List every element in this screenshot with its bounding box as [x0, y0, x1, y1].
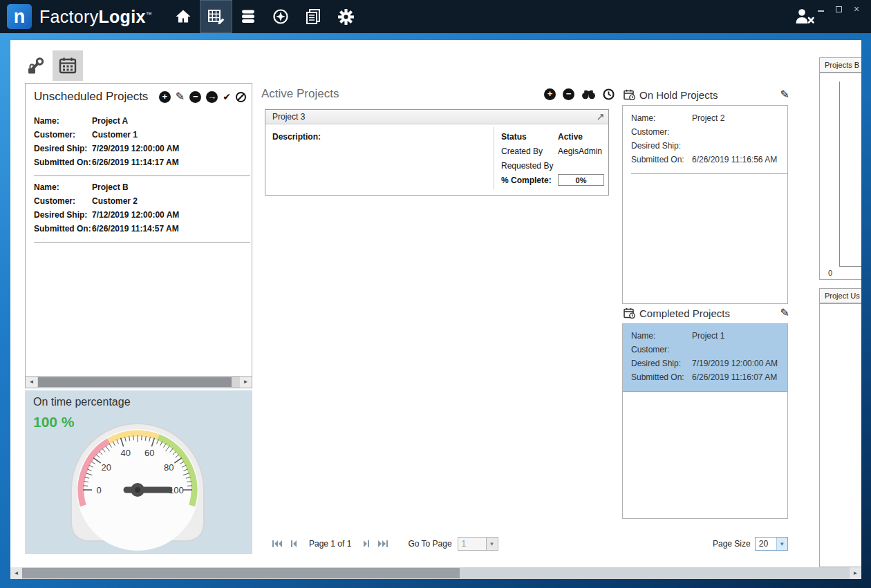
- unscheduled-title: Unscheduled Projects: [34, 90, 148, 104]
- submitted-on-label: Submitted On:: [34, 222, 92, 236]
- scrollbar-thumb[interactable]: [22, 568, 460, 578]
- app-logo: n: [7, 4, 32, 29]
- project-usage-tab[interactable]: Project Us: [819, 288, 861, 303]
- nav-planning[interactable]: [200, 0, 232, 33]
- chart-zero-label: 0: [828, 269, 832, 277]
- percent-complete-label: % Complete:: [501, 176, 558, 185]
- projects-board-tab[interactable]: Projects B: [819, 57, 861, 73]
- unscheduled-horizontal-scrollbar: ◄ ►: [26, 376, 252, 388]
- customer-label: Customer:: [631, 125, 692, 139]
- desired-ship-label: Desired Ship:: [34, 142, 92, 155]
- edit-project-icon[interactable]: ✎: [176, 91, 185, 102]
- created-by-value: AegisAdmin: [558, 146, 602, 156]
- user-logout-button[interactable]: [794, 7, 816, 26]
- page-size-select[interactable]: 20 ▼: [755, 537, 788, 551]
- next-page-button[interactable]: [358, 538, 375, 550]
- on-hold-projects-panel: Name:Project 2 Customer: Desired Ship: S…: [622, 105, 788, 304]
- edit-completed-icon[interactable]: ✎: [780, 307, 789, 319]
- add-active-project-icon[interactable]: +: [544, 88, 556, 100]
- planning-grid-icon: [207, 8, 225, 26]
- name-value: Project B: [92, 180, 129, 194]
- last-page-button[interactable]: [375, 538, 391, 550]
- scroll-left-icon[interactable]: ◄: [10, 567, 22, 579]
- name-value: Project 1: [692, 329, 724, 343]
- binoculars-search-icon[interactable]: [581, 89, 596, 99]
- svg-text:60: 60: [144, 448, 154, 458]
- name-label: Name:: [631, 111, 692, 125]
- submitted-on-value: 6/26/2019 11:16:56 AM: [692, 153, 777, 167]
- unscheduled-project-list: Name:Project A Customer:Customer 1 Desir…: [26, 110, 250, 243]
- name-label: Name:: [34, 114, 92, 128]
- desired-ship-value: 7/29/2019 12:00:00 AM: [92, 142, 179, 155]
- minimize-button[interactable]: [816, 5, 825, 15]
- desired-ship-value: 7/19/2019 12:00:00 AM: [692, 357, 778, 370]
- first-page-button[interactable]: [269, 538, 285, 550]
- scrollbar-thumb[interactable]: [38, 377, 232, 387]
- svg-text:40: 40: [120, 448, 130, 458]
- nav-production[interactable]: [265, 0, 297, 33]
- submitted-on-value: 6/26/2019 11:16:07 AM: [692, 370, 777, 384]
- add-project-icon[interactable]: +: [159, 91, 171, 103]
- page-size-control: Page Size 20 ▼: [713, 536, 788, 551]
- main-content: Unscheduled Projects + ✎ − → ✔ Name:Proj…: [10, 40, 861, 579]
- nav-documents[interactable]: [297, 0, 330, 33]
- desired-ship-label: Desired Ship:: [631, 139, 692, 153]
- main-nav: [167, 0, 362, 33]
- projects-board-chart: 0: [819, 73, 861, 280]
- brand-name: FactoryLogix™: [39, 7, 152, 27]
- scroll-right-icon[interactable]: ►: [850, 567, 861, 579]
- page-size-dropdown-icon: ▼: [776, 538, 787, 550]
- active-projects-toolbar: + −: [544, 88, 615, 100]
- scroll-right-icon[interactable]: ►: [240, 377, 252, 388]
- unscheduled-toolbar: + ✎ − → ✔: [159, 91, 246, 103]
- remove-project-icon[interactable]: −: [189, 91, 201, 103]
- completed-header: Completed Projects ✎: [624, 305, 789, 321]
- logo-letter: n: [14, 6, 26, 28]
- prev-page-button[interactable]: [285, 538, 302, 550]
- name-label: Name:: [631, 329, 692, 343]
- page-indicator: Page 1 of 1: [309, 539, 351, 549]
- card-divider: [494, 127, 494, 189]
- svg-text:80: 80: [164, 462, 174, 473]
- maximize-button[interactable]: [834, 5, 843, 15]
- list-item-project-b[interactable]: Name:Project B Customer:Customer 2 Desir…: [34, 176, 250, 243]
- list-item-project-1-selected[interactable]: Name:Project 1 Customer: Desired Ship:7/…: [623, 324, 787, 392]
- next-page-icon: [362, 540, 371, 548]
- submitted-on-value: 6/26/2019 11:14:57 AM: [92, 222, 179, 236]
- nav-home[interactable]: [167, 0, 200, 33]
- active-card-header: Project 3: [265, 110, 608, 124]
- edit-on-hold-icon[interactable]: ✎: [780, 89, 789, 100]
- remove-active-project-icon[interactable]: −: [563, 88, 574, 100]
- tab-scheduling[interactable]: [53, 50, 83, 81]
- last-page-icon: [377, 540, 388, 548]
- active-projects-title: Active Projects: [261, 87, 339, 101]
- project-usage-panel: [819, 303, 861, 567]
- expand-card-button[interactable]: [597, 113, 604, 121]
- submitted-on-label: Submitted On:: [631, 153, 692, 167]
- list-item-project-2[interactable]: Name:Project 2 Customer: Desired Ship: S…: [631, 106, 787, 174]
- list-item-project-a[interactable]: Name:Project A Customer:Customer 1 Desir…: [34, 110, 250, 176]
- approve-project-icon[interactable]: ✔: [223, 91, 231, 102]
- chart-x-axis: [839, 266, 861, 267]
- nav-materials[interactable]: [232, 0, 265, 33]
- factorylogix-app: { "titlebar": { "logo_letter": "n", "bra…: [0, 0, 871, 588]
- history-clock-icon[interactable]: [603, 88, 615, 100]
- name-value: Project A: [92, 114, 128, 128]
- stack-icon: [239, 8, 257, 26]
- customer-label: Customer:: [34, 194, 92, 208]
- main-horizontal-scrollbar: ◄ ►: [10, 567, 861, 579]
- scroll-left-icon[interactable]: ◄: [26, 377, 37, 388]
- move-project-icon[interactable]: →: [206, 91, 218, 103]
- customer-label: Customer:: [34, 128, 92, 142]
- on-hold-header: On Hold Projects ✎: [624, 87, 789, 102]
- goto-page-input[interactable]: [458, 537, 487, 551]
- goto-page-dropdown-icon[interactable]: ▼: [487, 537, 498, 551]
- close-button[interactable]: ×: [852, 5, 861, 15]
- on-time-percentage-panel: On time percentage 100 % 020406080100: [25, 390, 252, 554]
- tab-admin-tools[interactable]: [21, 50, 51, 81]
- cancel-project-icon[interactable]: [236, 92, 246, 102]
- gear-icon: [337, 8, 355, 26]
- desired-ship-label: Desired Ship:: [34, 208, 92, 222]
- chart-y-axis: [839, 82, 840, 267]
- nav-settings[interactable]: [330, 0, 362, 33]
